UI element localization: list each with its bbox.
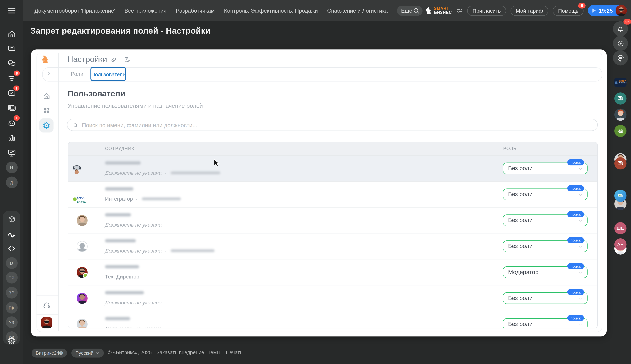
nav-developers[interactable]: Разработчикам <box>176 8 215 14</box>
sidebar-activity-icon[interactable]: 8 <box>7 74 16 83</box>
table-row[interactable]: Должность не указана Без роли поиск <box>68 311 597 328</box>
role-select[interactable]: Без роли поиск <box>503 240 587 252</box>
collapse-chevron-icon[interactable] <box>46 70 52 76</box>
language-selector[interactable]: Русский <box>71 348 104 358</box>
sidebar-avatar-d[interactable]: Д <box>6 176 17 188</box>
employee-info: Должность не указана <box>105 291 162 306</box>
smart-business-thumbnail[interactable]: ♞ SMARTБИЗНЕС <box>614 78 626 87</box>
table-header: СОТРУДНИК РОЛЬ <box>68 142 597 155</box>
group-avatar-2[interactable]: ЗР <box>6 287 17 298</box>
horse-logo-icon: ♞ <box>614 80 618 85</box>
employee-info: Должность не указана· <box>105 239 214 254</box>
role-select[interactable]: Без роли поиск <box>503 188 587 200</box>
search-input[interactable] <box>81 120 585 131</box>
employee-name-redacted <box>105 239 136 242</box>
table-row[interactable]: Должность не указана Без роли поиск <box>68 285 597 311</box>
sidebar-avatar-h[interactable]: H <box>6 162 17 173</box>
group-avatar-4[interactable]: УЗ <box>6 316 17 328</box>
mini-settings-active[interactable]: ⚙ <box>39 118 54 132</box>
nav-logistics[interactable]: Снабжение и Логистика <box>327 8 388 14</box>
work-timer[interactable]: 19:25 <box>588 5 627 16</box>
tab-users-active[interactable]: Пользователи <box>91 67 126 81</box>
role-select[interactable]: Без роли поиск <box>503 292 587 304</box>
mini-user-avatar[interactable] <box>41 317 53 328</box>
app-icon: ♞ <box>41 54 50 64</box>
table-row[interactable]: Должность не указана· Без роли поиск <box>68 155 597 181</box>
table-row[interactable]: Должность не указана· Без роли поиск <box>68 233 597 259</box>
mini-apps-grid-icon[interactable] <box>43 106 50 114</box>
chevron-down-icon <box>578 166 583 172</box>
table-row[interactable]: Должность не указана Без роли поиск <box>68 207 597 233</box>
copilot-button[interactable] <box>613 36 628 51</box>
chevron-down-icon <box>578 192 583 197</box>
sidebar-feed-icon[interactable] <box>7 44 16 53</box>
my-plan-button[interactable]: Мой тариф <box>510 6 548 16</box>
table-row[interactable]: Тех. Директор Модератор поиск <box>68 259 597 285</box>
search-badge: поиск <box>567 237 584 243</box>
bitrix24-brand-button[interactable]: Битрикс24® <box>32 348 67 358</box>
timer-value: 19:25 <box>599 8 613 14</box>
group-avatar-3[interactable]: ПК <box>6 302 17 314</box>
chat-group-blue[interactable] <box>614 190 626 202</box>
role-select[interactable]: Без роли поиск <box>503 214 587 226</box>
settings-gear-icon[interactable]: ⚙ <box>7 335 16 347</box>
employee-email-redacted <box>171 249 215 252</box>
nav-documents[interactable]: Документооборот 'Приложение' <box>35 8 115 14</box>
smart-business-logo[interactable]: ♞ SMARTБИЗНЕС <box>424 6 452 15</box>
search-badge: поиск <box>567 185 584 192</box>
sidebar-crm-icon[interactable] <box>7 104 16 113</box>
crm-chat-green[interactable] <box>614 125 626 137</box>
sidebar-home-icon[interactable] <box>7 30 16 38</box>
search-badge: поиск <box>567 159 584 166</box>
vertical-divider <box>58 53 59 331</box>
sidebar-board-icon[interactable] <box>7 148 16 158</box>
notifications-button[interactable]: 25 <box>613 21 628 36</box>
role-select[interactable]: Без роли поиск <box>503 318 587 328</box>
role-select[interactable]: Без роли поиск <box>503 162 587 174</box>
squiggle-logo-icon[interactable] <box>7 229 16 238</box>
tab-roles[interactable]: Роли <box>65 67 89 80</box>
sidebar-reports-icon[interactable] <box>7 134 16 142</box>
chat-avatar-ae[interactable]: АЕ <box>614 238 626 250</box>
support-headphones-icon[interactable] <box>43 301 51 309</box>
chat-exchange-button[interactable] <box>613 50 628 66</box>
chat-avatar-redhead[interactable] <box>614 109 626 121</box>
group-avatar-0[interactable]: D <box>6 257 17 269</box>
search-icon[interactable] <box>412 7 420 14</box>
horse-logo-icon: ♞ <box>424 6 433 15</box>
sidebar-copilot-icon[interactable]: 1 <box>7 118 16 128</box>
chat-avatar-she[interactable]: ШЕ <box>614 222 626 234</box>
help-button[interactable]: Помощь 9 <box>553 6 584 16</box>
help-badge: 9 <box>578 3 586 8</box>
invite-button[interactable]: Пригласить <box>467 6 506 16</box>
code-icon[interactable] <box>7 244 16 253</box>
themes-link[interactable]: Темы <box>208 350 220 356</box>
sidebar-messenger-icon[interactable] <box>7 59 16 68</box>
order-implementation-link[interactable]: Заказать внедрение <box>157 350 204 356</box>
role-select[interactable]: Модератор поиск <box>503 266 587 278</box>
gear-icon: ⚙ <box>43 120 51 130</box>
copy-link-icon[interactable] <box>111 57 117 63</box>
tab-strip <box>42 67 602 82</box>
nav-all-apps[interactable]: Все приложения <box>125 8 167 14</box>
mini-home-icon[interactable] <box>43 92 51 100</box>
edit-settings-icon[interactable] <box>124 56 130 63</box>
sidebar-tasks-icon[interactable]: 1 <box>7 88 16 97</box>
crm-chat-teal[interactable] <box>614 92 626 104</box>
sidebar-apps-group: D ТР ЗР ПК УЗ КВ <box>3 211 20 344</box>
sidebar-divider <box>615 70 627 70</box>
group-avatar-1[interactable]: ТР <box>6 272 17 284</box>
chevron-down-icon <box>578 322 583 327</box>
nav-control-sales[interactable]: Контроль, Эффективность, Продажи <box>224 8 318 14</box>
employee-name-redacted <box>105 317 130 320</box>
package-icon[interactable] <box>7 215 16 224</box>
search-badge: поиск <box>567 211 584 217</box>
print-link[interactable]: Печать <box>226 350 243 356</box>
sliders-icon[interactable] <box>456 7 463 14</box>
main-menu-button[interactable] <box>0 0 23 21</box>
crm-chat-red[interactable] <box>614 157 626 169</box>
employee-info: Должность не указана <box>105 317 162 328</box>
user-avatar[interactable] <box>615 5 627 16</box>
search-icon <box>73 122 78 128</box>
table-row[interactable]: SMARTБИЗНЕС Интегратор· Без роли поиск <box>68 181 597 207</box>
